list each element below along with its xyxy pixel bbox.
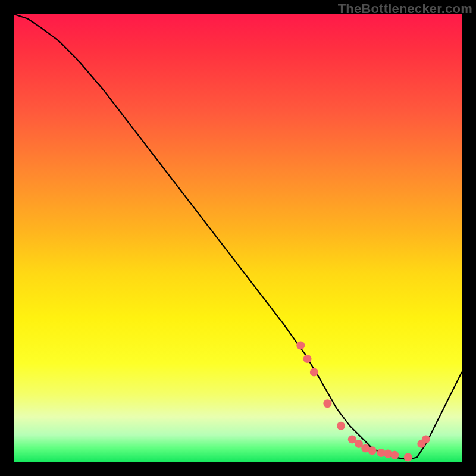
marker-dot (417, 440, 425, 448)
marker-dot (310, 368, 318, 377)
marker-dot (361, 444, 369, 452)
marker-dot (404, 453, 412, 462)
marker-dot (296, 342, 305, 350)
marker-dot (390, 451, 399, 459)
line-chart (14, 14, 462, 462)
marker-dot (337, 422, 345, 430)
marker-dot (323, 399, 331, 408)
marker-dot (303, 355, 312, 363)
marker-dot (384, 450, 392, 458)
marker-dot (368, 446, 377, 455)
marker-dot (377, 449, 386, 457)
plot-area (14, 14, 462, 462)
marker-dot (422, 435, 430, 443)
chart-frame: TheBottlenecker.com (0, 0, 476, 476)
marker-dot (348, 435, 356, 443)
marker-dot (355, 440, 363, 448)
series-curve (14, 14, 462, 459)
